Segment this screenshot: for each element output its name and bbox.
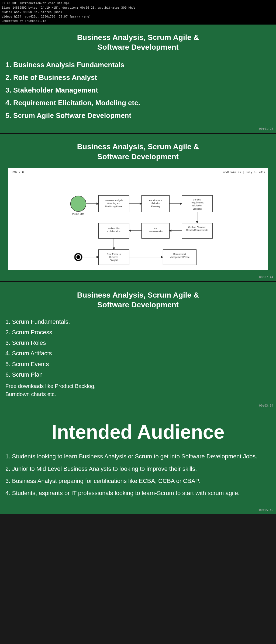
list-item-sm-5: 5. Scrum Events: [5, 359, 271, 369]
audience-item-2: 2. Junior to Mid Level Business Analysts…: [5, 464, 271, 473]
svg-text:Analysis: Analysis: [110, 259, 118, 261]
svg-text:Planning: Planning: [151, 205, 160, 208]
svg-text:Confirm Elicitation: Confirm Elicitation: [188, 226, 206, 229]
svg-point-0: [71, 196, 86, 212]
panel-2-title: Business Analysis, Scrum Agile & Softwar…: [5, 142, 271, 162]
svg-text:Results/Requirements: Results/Requirements: [186, 229, 208, 231]
panel-4: Intended Audience 1. Students looking to…: [0, 410, 276, 514]
meta-line5: Generated by Thumbnail.me: [2, 19, 274, 23]
svg-text:Business: Business: [109, 256, 118, 258]
svg-text:Communication: Communication: [148, 230, 163, 233]
meta-line4: Video: h264, yuv420p, 1280x720, 29.97 fp…: [2, 15, 274, 19]
panel-4-list: 1. Students looking to learn Business An…: [5, 452, 271, 498]
svg-text:Management Phase: Management Phase: [170, 256, 190, 258]
panel-1: Business Analysis, Scrum Agile & Softwar…: [0, 25, 276, 133]
list-item-sm-3: 3. Scrum Roles: [5, 338, 271, 348]
svg-text:Project Start: Project Start: [72, 213, 85, 215]
diagram-header: BPMN 2.0 ubdtrain.rs | July 8, 2017: [11, 171, 265, 174]
panel-3-free-text: Free downloads like Product Backlog, Bur…: [5, 381, 271, 399]
panel-4-title: Intended Audience: [5, 420, 271, 444]
svg-point-41: [76, 255, 80, 259]
svg-text:Colloboration: Colloboration: [107, 230, 120, 233]
diagram-content: Project Start Business Analysis Planning…: [11, 176, 265, 268]
panel-3: Business Analysis, Scrum Agile & Softwar…: [0, 281, 276, 410]
list-item-sm-6: 6. Scrum Plan: [5, 369, 271, 380]
svg-text:Requirement: Requirement: [173, 253, 186, 255]
list-item-1: 1. Business Analysis Fundamentals: [5, 59, 271, 71]
panel-2: Business Analysis, Scrum Agile & Softwar…: [0, 133, 276, 281]
panel-1-title: Business Analysis, Scrum Agile & Softwar…: [5, 33, 271, 52]
svg-text:Planning and: Planning and: [107, 202, 120, 205]
meta-line1: File: 001 Introduction-Welcome BAs.mp4: [2, 1, 274, 6]
panel-4-timestamp: 00:05:45: [259, 508, 273, 512]
list-item-sm-4: 4. Scrum Artifacts: [5, 348, 271, 359]
diagram-label: BPMN 2.0: [11, 171, 24, 174]
svg-text:Elicitation: Elicitation: [192, 205, 202, 207]
svg-text:Next Phase in: Next Phase in: [107, 253, 121, 255]
svg-text:Stakeholder: Stakeholder: [108, 227, 120, 230]
svg-text:Requirement: Requirement: [191, 202, 204, 204]
meta-line3: Audio: aac, 48000 Hz, stereo (und): [2, 10, 274, 15]
audience-item-3: 3. Business Analyst preparing for certif…: [5, 476, 271, 486]
diagram-svg: Project Start Business Analysis Planning…: [11, 176, 265, 268]
meta-bar: File: 001 Introduction-Welcome BAs.mp4 S…: [0, 0, 276, 25]
panel-3-list: 1. Scrum Fundamentals. 2. Scrum Process …: [5, 316, 271, 399]
panel-1-list: 1. Business Analysis Fundamentals 2. Rol…: [5, 59, 271, 122]
panel-3-timestamp: 00:03:54: [259, 404, 273, 407]
audience-item-4: 4. Students, aspirants or IT professiona…: [5, 488, 271, 498]
svg-text:BA: BA: [154, 227, 157, 230]
panel-2-timestamp: 00:07:44: [259, 275, 273, 279]
list-item-3: 3. Stakeholder Management: [5, 84, 271, 97]
svg-text:Elicitation: Elicitation: [151, 202, 160, 205]
svg-text:Conduct: Conduct: [193, 199, 201, 201]
meta-line2: Size: 14880892 bytes (14.19 MiB), durati…: [2, 6, 274, 10]
panel-1-timestamp: 00:01:26: [259, 127, 273, 131]
list-item-5: 5. Scrum Agile Software Development: [5, 109, 271, 122]
svg-text:Business Analysis: Business Analysis: [105, 199, 123, 202]
bpmn-diagram: BPMN 2.0 ubdtrain.rs | July 8, 2017 Proj…: [8, 168, 268, 270]
list-item-sm-1: 1. Scrum Fundamentals.: [5, 316, 271, 327]
list-item-sm-2: 2. Scrum Process: [5, 327, 271, 338]
diagram-date: ubdtrain.rs | July 8, 2017: [223, 171, 265, 174]
list-item-4: 4. Requirement Elicitation, Modeling etc…: [5, 97, 271, 109]
audience-item-1: 1. Students looking to learn Business An…: [5, 452, 271, 461]
list-item-2: 2. Role of Business Analyst: [5, 71, 271, 84]
svg-text:Requirement: Requirement: [149, 199, 162, 202]
svg-text:Monitoring Phase: Monitoring Phase: [105, 205, 123, 208]
panel-3-title: Business Analysis, Scrum Agile & Softwar…: [5, 290, 271, 310]
svg-text:Sessions: Sessions: [193, 208, 202, 210]
